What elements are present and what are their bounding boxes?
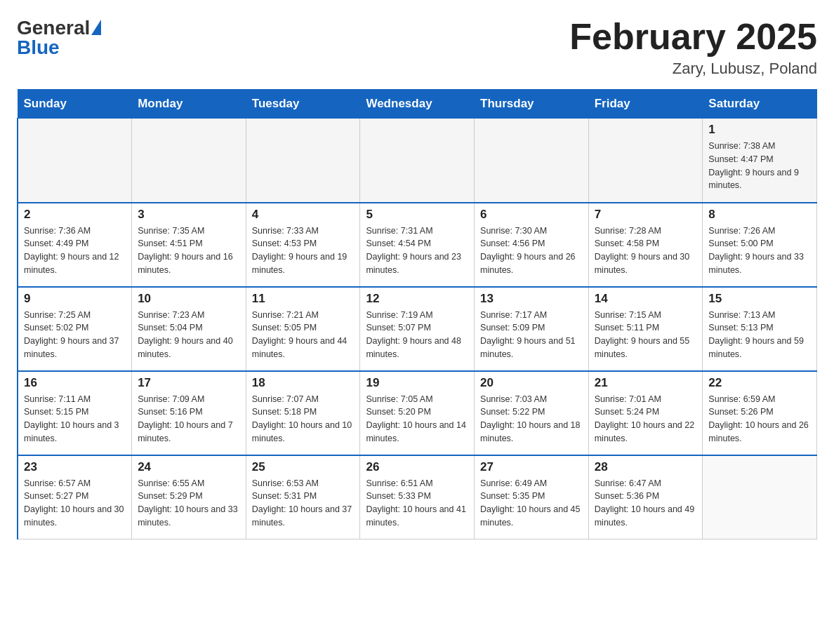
day-info: Sunrise: 6:53 AM Sunset: 5:31 PM Dayligh…	[252, 477, 355, 530]
day-info: Sunrise: 7:19 AM Sunset: 5:07 PM Dayligh…	[366, 309, 468, 361]
day-number: 26	[366, 460, 468, 474]
calendar-day-cell: 13Sunrise: 7:17 AM Sunset: 5:09 PM Dayli…	[475, 287, 589, 371]
calendar-day-cell: 27Sunrise: 6:49 AM Sunset: 5:35 PM Dayli…	[475, 455, 589, 539]
day-info: Sunrise: 7:25 AM Sunset: 5:02 PM Dayligh…	[24, 309, 126, 361]
calendar-day-cell	[475, 119, 589, 203]
day-number: 9	[24, 292, 126, 306]
day-info: Sunrise: 7:13 AM Sunset: 5:13 PM Dayligh…	[708, 309, 811, 361]
calendar-day-cell	[588, 119, 703, 203]
day-info: Sunrise: 7:21 AM Sunset: 5:05 PM Dayligh…	[252, 309, 355, 361]
calendar-subtitle: Zary, Lubusz, Poland	[569, 60, 817, 78]
weekday-header-monday: Monday	[132, 90, 246, 119]
calendar-day-cell: 22Sunrise: 6:59 AM Sunset: 5:26 PM Dayli…	[703, 371, 817, 455]
day-number: 14	[595, 292, 697, 306]
weekday-header-row: SundayMondayTuesdayWednesdayThursdayFrid…	[18, 90, 817, 119]
calendar-week-row: 16Sunrise: 7:11 AM Sunset: 5:15 PM Dayli…	[18, 371, 817, 455]
day-number: 24	[138, 460, 240, 474]
calendar-day-cell: 26Sunrise: 6:51 AM Sunset: 5:33 PM Dayli…	[360, 455, 475, 539]
day-info: Sunrise: 7:23 AM Sunset: 5:04 PM Dayligh…	[138, 309, 240, 361]
calendar-day-cell: 18Sunrise: 7:07 AM Sunset: 5:18 PM Dayli…	[246, 371, 360, 455]
day-number: 11	[252, 292, 355, 306]
day-info: Sunrise: 7:33 AM Sunset: 4:53 PM Dayligh…	[252, 224, 355, 277]
day-info: Sunrise: 6:49 AM Sunset: 5:35 PM Dayligh…	[480, 477, 583, 530]
weekday-header-wednesday: Wednesday	[360, 90, 475, 119]
day-info: Sunrise: 6:59 AM Sunset: 5:26 PM Dayligh…	[708, 393, 811, 445]
weekday-header-friday: Friday	[588, 90, 703, 119]
day-info: Sunrise: 7:09 AM Sunset: 5:16 PM Dayligh…	[138, 393, 240, 445]
day-number: 13	[480, 292, 583, 306]
calendar-day-cell: 4Sunrise: 7:33 AM Sunset: 4:53 PM Daylig…	[246, 203, 360, 287]
calendar-day-cell	[18, 119, 132, 203]
calendar-week-row: 9Sunrise: 7:25 AM Sunset: 5:02 PM Daylig…	[18, 287, 817, 371]
day-number: 2	[24, 208, 126, 222]
calendar-day-cell: 7Sunrise: 7:28 AM Sunset: 4:58 PM Daylig…	[588, 203, 703, 287]
day-info: Sunrise: 7:05 AM Sunset: 5:20 PM Dayligh…	[366, 393, 468, 445]
calendar-day-cell	[246, 119, 360, 203]
day-number: 4	[252, 208, 355, 222]
calendar-day-cell	[360, 119, 475, 203]
day-info: Sunrise: 6:47 AM Sunset: 5:36 PM Dayligh…	[595, 477, 697, 530]
day-number: 20	[480, 376, 583, 390]
day-info: Sunrise: 7:26 AM Sunset: 5:00 PM Dayligh…	[708, 224, 811, 277]
day-number: 17	[138, 376, 240, 390]
weekday-header-thursday: Thursday	[475, 90, 589, 119]
title-block: February 2025 Zary, Lubusz, Poland	[569, 17, 817, 78]
day-number: 21	[595, 376, 697, 390]
day-info: Sunrise: 7:31 AM Sunset: 4:54 PM Dayligh…	[366, 224, 468, 277]
day-number: 3	[138, 208, 240, 222]
logo: General Blue	[17, 17, 101, 59]
day-info: Sunrise: 7:38 AM Sunset: 4:47 PM Dayligh…	[708, 140, 811, 192]
day-number: 23	[24, 460, 126, 474]
day-info: Sunrise: 7:17 AM Sunset: 5:09 PM Dayligh…	[480, 309, 583, 361]
calendar-week-row: 23Sunrise: 6:57 AM Sunset: 5:27 PM Dayli…	[18, 455, 817, 539]
day-info: Sunrise: 7:03 AM Sunset: 5:22 PM Dayligh…	[480, 393, 583, 445]
weekday-header-sunday: Sunday	[18, 90, 132, 119]
calendar-day-cell: 21Sunrise: 7:01 AM Sunset: 5:24 PM Dayli…	[588, 371, 703, 455]
calendar-day-cell: 6Sunrise: 7:30 AM Sunset: 4:56 PM Daylig…	[475, 203, 589, 287]
calendar-day-cell: 2Sunrise: 7:36 AM Sunset: 4:49 PM Daylig…	[18, 203, 132, 287]
day-info: Sunrise: 7:28 AM Sunset: 4:58 PM Dayligh…	[595, 224, 697, 277]
day-number: 10	[138, 292, 240, 306]
day-number: 1	[708, 123, 811, 137]
day-info: Sunrise: 7:30 AM Sunset: 4:56 PM Dayligh…	[480, 224, 583, 277]
calendar-day-cell: 15Sunrise: 7:13 AM Sunset: 5:13 PM Dayli…	[703, 287, 817, 371]
calendar-day-cell: 10Sunrise: 7:23 AM Sunset: 5:04 PM Dayli…	[132, 287, 246, 371]
day-number: 28	[595, 460, 697, 474]
calendar-day-cell: 25Sunrise: 6:53 AM Sunset: 5:31 PM Dayli…	[246, 455, 360, 539]
day-info: Sunrise: 7:01 AM Sunset: 5:24 PM Dayligh…	[595, 393, 697, 445]
calendar-day-cell: 16Sunrise: 7:11 AM Sunset: 5:15 PM Dayli…	[18, 371, 132, 455]
calendar-day-cell: 9Sunrise: 7:25 AM Sunset: 5:02 PM Daylig…	[18, 287, 132, 371]
day-info: Sunrise: 7:35 AM Sunset: 4:51 PM Dayligh…	[138, 224, 240, 277]
day-info: Sunrise: 6:55 AM Sunset: 5:29 PM Dayligh…	[138, 477, 240, 530]
day-info: Sunrise: 7:11 AM Sunset: 5:15 PM Dayligh…	[24, 393, 126, 445]
calendar-day-cell: 1Sunrise: 7:38 AM Sunset: 4:47 PM Daylig…	[703, 119, 817, 203]
calendar-day-cell: 28Sunrise: 6:47 AM Sunset: 5:36 PM Dayli…	[588, 455, 703, 539]
day-number: 6	[480, 208, 583, 222]
day-number: 18	[252, 376, 355, 390]
day-number: 8	[708, 208, 811, 222]
calendar-day-cell	[132, 119, 246, 203]
day-number: 12	[366, 292, 468, 306]
calendar-day-cell: 17Sunrise: 7:09 AM Sunset: 5:16 PM Dayli…	[132, 371, 246, 455]
calendar-title: February 2025	[569, 17, 817, 57]
page-header: General Blue February 2025 Zary, Lubusz,…	[17, 17, 817, 78]
calendar-day-cell: 8Sunrise: 7:26 AM Sunset: 5:00 PM Daylig…	[703, 203, 817, 287]
calendar-day-cell: 23Sunrise: 6:57 AM Sunset: 5:27 PM Dayli…	[18, 455, 132, 539]
day-info: Sunrise: 6:51 AM Sunset: 5:33 PM Dayligh…	[366, 477, 468, 530]
calendar-week-row: 2Sunrise: 7:36 AM Sunset: 4:49 PM Daylig…	[18, 203, 817, 287]
calendar-table: SundayMondayTuesdayWednesdayThursdayFrid…	[17, 89, 817, 539]
calendar-day-cell: 3Sunrise: 7:35 AM Sunset: 4:51 PM Daylig…	[132, 203, 246, 287]
day-info: Sunrise: 6:57 AM Sunset: 5:27 PM Dayligh…	[24, 477, 126, 530]
day-number: 22	[708, 376, 811, 390]
calendar-day-cell: 19Sunrise: 7:05 AM Sunset: 5:20 PM Dayli…	[360, 371, 475, 455]
calendar-day-cell: 20Sunrise: 7:03 AM Sunset: 5:22 PM Dayli…	[475, 371, 589, 455]
day-info: Sunrise: 7:15 AM Sunset: 5:11 PM Dayligh…	[595, 309, 697, 361]
day-number: 16	[24, 376, 126, 390]
day-number: 27	[480, 460, 583, 474]
weekday-header-saturday: Saturday	[703, 90, 817, 119]
calendar-day-cell: 14Sunrise: 7:15 AM Sunset: 5:11 PM Dayli…	[588, 287, 703, 371]
calendar-day-cell: 24Sunrise: 6:55 AM Sunset: 5:29 PM Dayli…	[132, 455, 246, 539]
day-info: Sunrise: 7:07 AM Sunset: 5:18 PM Dayligh…	[252, 393, 355, 445]
day-number: 15	[708, 292, 811, 306]
calendar-day-cell	[703, 455, 817, 539]
